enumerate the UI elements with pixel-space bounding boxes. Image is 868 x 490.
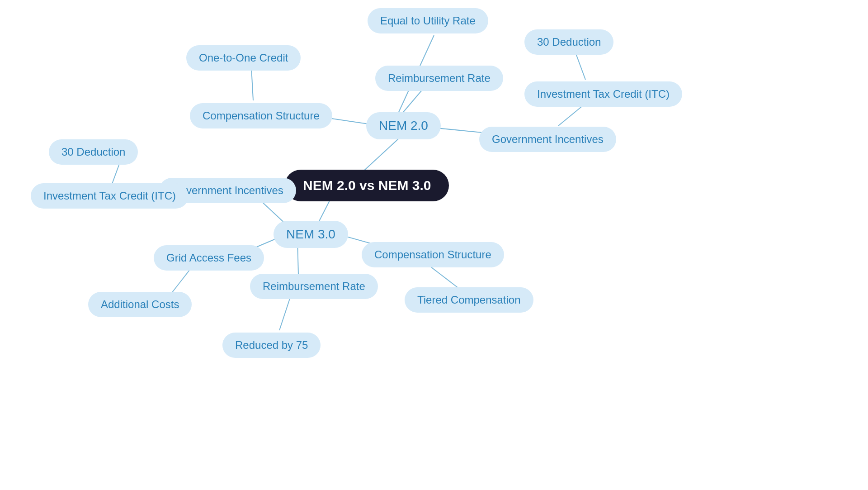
nem2-gov-incentives-node[interactable]: Government Incentives: [479, 127, 616, 152]
nem2-one-to-one-node[interactable]: One-to-One Credit: [186, 45, 301, 71]
nem2-equal-utility-node[interactable]: Equal to Utility Rate: [368, 8, 488, 33]
nem3-grid-access-node[interactable]: Grid Access Fees: [154, 245, 264, 271]
nem2-itc-node[interactable]: Investment Tax Credit (ITC): [524, 81, 682, 107]
nem2-node[interactable]: NEM 2.0: [366, 112, 441, 139]
nem2-reimbursement-node[interactable]: Reimbursement Rate: [375, 66, 503, 91]
nem2-30ded-node[interactable]: 30 Deduction: [524, 29, 613, 55]
nem3-additional-costs-node[interactable]: Additional Costs: [88, 292, 192, 317]
nem3-reimbursement-node[interactable]: Reimbursement Rate: [250, 274, 378, 299]
nem3-30ded-node[interactable]: 30 Deduction: [49, 139, 138, 165]
nem3-tiered-node[interactable]: Tiered Compensation: [405, 287, 533, 313]
center-node[interactable]: NEM 2.0 vs NEM 3.0: [285, 170, 449, 201]
nem3-node[interactable]: NEM 3.0: [274, 221, 348, 248]
nem3-reduced-node[interactable]: Reduced by 75: [222, 333, 321, 358]
mind-map: NEM 2.0 vs NEM 3.0 NEM 2.0 NEM 3.0 Equal…: [0, 0, 868, 490]
nem3-itc-node[interactable]: Investment Tax Credit (ITC): [31, 183, 189, 209]
nem2-compensation-node[interactable]: Compensation Structure: [190, 103, 332, 128]
nem3-compensation-node[interactable]: Compensation Structure: [362, 242, 504, 267]
